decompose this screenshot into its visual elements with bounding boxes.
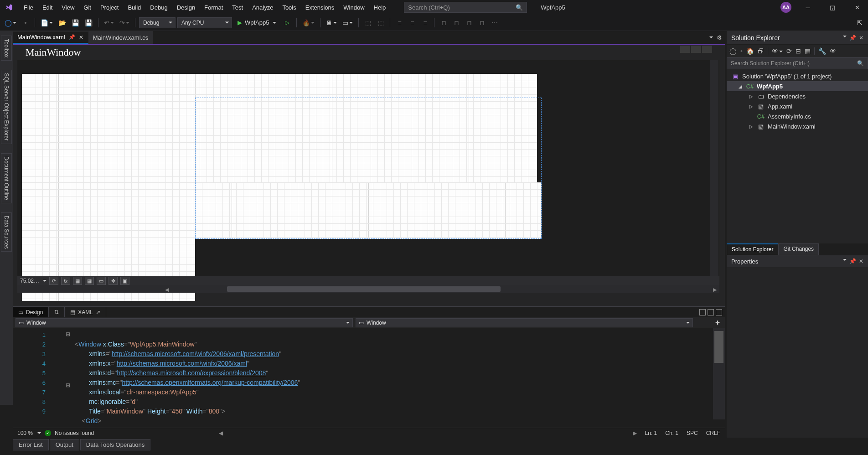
menu-format[interactable]: Format [200,1,227,14]
menu-build[interactable]: Build [123,1,145,14]
se-home-icon[interactable]: 🏠 [746,47,754,55]
tb-icon-3[interactable]: ≡ [394,17,405,28]
se-refresh-icon[interactable]: ⟳ [786,47,792,55]
swap-panes-button[interactable]: ⇅ [49,307,65,317]
tab-output[interactable]: Output [50,439,79,450]
rail-data-sources[interactable]: Data Sources [1,212,12,252]
fold-gutter[interactable]: ⊟⊟ [66,331,72,388]
code-vscrollbar[interactable] [713,328,725,419]
props-pin-icon[interactable]: 📌 [849,258,856,264]
save-button[interactable]: 💾 [70,17,81,28]
se-fwd-icon[interactable]: • [740,47,743,55]
tab-git-changes[interactable]: Git Changes [778,243,819,255]
doc-tab-mainwindow-xaml[interactable]: MainWindow.xaml 📌 ✕ [13,31,88,44]
menu-extensions[interactable]: Extensions [301,1,339,14]
se-close-icon[interactable]: ✕ [859,35,863,41]
start-debug-button[interactable]: ▶ WpfApp5 [234,17,280,28]
props-close-icon[interactable]: ✕ [859,258,863,264]
tree-mainwindow-xaml[interactable]: ▷ ▧ MainWindow.xaml [727,121,868,131]
tab-overflow-icon[interactable] [709,36,713,40]
menu-test[interactable]: Test [227,1,248,14]
undo-button[interactable]: ↶ [102,17,116,28]
issues-text[interactable]: No issues found [55,430,94,436]
se-back-icon[interactable]: ◯ [729,47,737,55]
tb-icon-4[interactable]: ≡ [407,17,418,28]
editor-zoom[interactable]: 100 % [17,430,33,436]
tree-dependencies[interactable]: ▷ 🗃 Dependencies [727,91,868,101]
user-avatar[interactable]: AA [780,2,791,13]
se-properties-icon[interactable]: 🔧 [818,47,826,55]
tb-overflow[interactable]: ⋯ [489,17,500,28]
nav-forward-button[interactable]: • [20,17,31,28]
fx-button[interactable]: fx [61,277,70,285]
device-button[interactable]: ▣ [120,277,129,285]
design-canvas[interactable]: 75.02… ⟳ fx ▦ ▦ ▭ ✥ ▣ ◀ ▶ [17,60,719,293]
live-share-button[interactable]: ⇱ [854,17,865,28]
window-close-button[interactable]: ✕ [849,1,865,14]
tab-error-list[interactable]: Error List [13,439,49,450]
se-filter-icon[interactable]: 👁 [772,47,783,55]
split-vertical-button[interactable] [699,309,706,315]
hscroll-thumb[interactable] [227,286,501,292]
split-tab-design[interactable]: ▭ Design [13,307,49,317]
menu-project[interactable]: Project [96,1,123,14]
close-tab-icon[interactable]: ✕ [79,34,83,41]
split-horizontal-button[interactable] [708,309,714,315]
new-item-button[interactable]: 📄 [39,17,55,28]
zoom-refresh-button[interactable]: ⟳ [49,277,58,285]
se-switch-view-icon[interactable]: 🗗 [758,47,764,55]
xaml-code-editor[interactable]: 123 456 789 ⊟⊟ <Window x:Class="WpfApp5.… [13,328,725,432]
menu-design[interactable]: Design [172,1,200,14]
hscroll-left-icon[interactable]: ◀ [165,287,169,293]
expander-icon[interactable]: ◢ [738,84,743,89]
breadcrumb-scope-right[interactable]: ▭ Window [356,318,693,327]
zoom-value[interactable]: 75.02… [20,278,39,284]
tree-solution-node[interactable]: ▣ Solution 'WpfApp5' (1 of 1 project) [727,71,868,81]
se-showall-icon[interactable]: ▦ [805,47,811,55]
tb-icon-8[interactable]: ⊓ [464,17,475,28]
designer-vscrollbar[interactable] [710,60,718,293]
solution-explorer-search[interactable]: Search Solution Explorer (Ctrl+;) 🔍 [727,57,868,69]
indent-mode[interactable]: SPC [687,430,698,436]
tb-icon-9[interactable]: ⊓ [476,17,487,28]
breadcrumb-scope-left[interactable]: ▭ Window [16,318,353,327]
rail-sql-server[interactable]: SQL Server Object Explorer [1,70,12,144]
nav-back-button[interactable]: ◯ [3,17,18,28]
expander-icon[interactable]: ▷ [749,94,754,99]
eol-mode[interactable]: CRLF [706,430,720,436]
tb-icon-1[interactable]: ⬚ [362,17,373,28]
tb-icon-5[interactable]: ≡ [419,17,430,28]
menu-edit[interactable]: Edit [38,1,57,14]
expander-icon[interactable]: ▷ [749,104,754,109]
add-breadcrumb-button[interactable]: ✚ [713,318,722,327]
collapse-pane-button[interactable] [716,309,722,315]
menu-file[interactable]: File [19,1,38,14]
rail-toolbox[interactable]: Toolbox [1,36,12,61]
rail-doc-outline[interactable]: Document Outline [1,153,12,203]
menu-debug[interactable]: Debug [145,1,172,14]
tb-icon-6[interactable]: ⊓ [438,17,449,28]
start-without-debug-button[interactable]: ▷ [282,17,293,28]
save-all-button[interactable]: 💾 [83,17,94,28]
browse-button[interactable]: 🖥 [324,17,339,28]
menu-window[interactable]: Window [339,1,369,14]
se-preview-icon[interactable]: 👁 [830,47,836,55]
window-minimize-button[interactable]: ─ [800,1,816,14]
solution-config-dropdown[interactable]: Debug [139,17,176,28]
popout-icon[interactable]: ↗ [96,309,100,315]
redo-button[interactable]: ↷ [118,17,131,28]
expander-icon[interactable]: ▷ [749,124,754,129]
menu-tools[interactable]: Tools [278,1,300,14]
grid-snap-button[interactable]: ▦ [85,277,94,285]
snap-lines-button[interactable]: ▭ [97,277,106,285]
hscroll-right-icon[interactable]: ▶ [713,287,717,293]
menu-analyze[interactable]: Analyze [248,1,278,14]
pin-icon[interactable]: 📌 [69,34,75,40]
tree-app-xaml[interactable]: ▷ ▧ App.xaml [727,101,868,111]
layout-button[interactable]: ▭ [341,17,355,28]
tab-settings-icon[interactable]: ⚙ [717,34,722,41]
global-search-input[interactable]: Search (Ctrl+Q) 🔍 [404,2,527,13]
hot-reload-button[interactable]: 🔥 [300,17,316,28]
tb-icon-7[interactable]: ⊓ [451,17,462,28]
se-collapse-icon[interactable]: ⊟ [796,47,801,55]
